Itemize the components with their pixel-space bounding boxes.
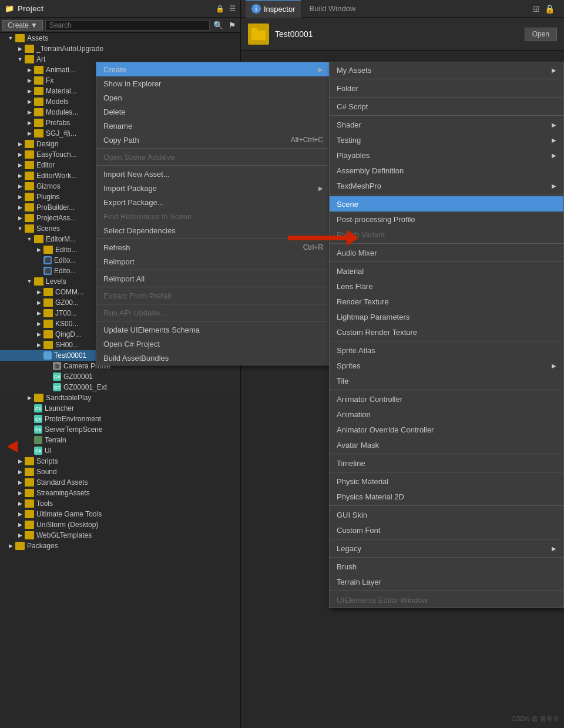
tree-item[interactable]: ▶ _TerrainAutoUpgrade (0, 43, 240, 54)
tree-item[interactable]: ▶ SandtablePlay (0, 392, 240, 403)
tree-item[interactable]: ▶ StreamingAssets (0, 488, 240, 498)
filter-icon[interactable]: ⚑ (226, 19, 238, 31)
layout-icon[interactable]: ⊞ (533, 4, 540, 14)
ctx-open-csharp[interactable]: Open C# Project (96, 337, 330, 351)
selected-scene-label: Test00001 (54, 351, 86, 360)
sub-sprite-atlas[interactable]: Sprite Atlas (330, 343, 563, 358)
sub-csharp-script[interactable]: C# Script (330, 99, 563, 114)
tree-item-terrain[interactable]: Terrain (0, 435, 240, 445)
sub-uielements-editor: UIElements Editor Window (330, 592, 563, 608)
ctx-build-assetbundles[interactable]: Build AssetBundles (96, 351, 330, 365)
sub-separator (330, 115, 563, 116)
ctx-import-package[interactable]: Import Package ▶ (96, 181, 330, 195)
tree-item[interactable]: C# Launcher (0, 403, 240, 414)
tab-inspector[interactable]: i Inspector (246, 0, 301, 18)
sub-tile[interactable]: Tile (330, 373, 563, 388)
tree-item[interactable]: ▶ Standard Assets (0, 477, 240, 488)
ctx-reimport[interactable]: Reimport (96, 254, 330, 269)
tree-item[interactable]: ▶ Scripts (0, 456, 240, 467)
assets-root[interactable]: ▼ Assets (0, 33, 240, 43)
tree-item[interactable]: C# GZ00001_Ext (0, 382, 240, 392)
sub-scene[interactable]: Scene (330, 196, 563, 212)
sub-physics-material-2d[interactable]: Physics Material 2D (330, 489, 563, 504)
sub-brush[interactable]: Brush (330, 559, 563, 574)
sub-post-processing[interactable]: Post-processing Profile (330, 212, 563, 227)
lock-icon2[interactable]: 🔒 (545, 4, 555, 14)
sub-separator (330, 557, 563, 558)
ctx-find-references: Find References In Scene (96, 209, 330, 223)
sub-playables[interactable]: Playables ▶ (330, 147, 563, 163)
top-bar-controls: ⊞ 🔒 (533, 4, 559, 14)
ctx-reimport-all[interactable]: Reimport All (96, 271, 330, 286)
ctx-copy-path[interactable]: Copy Path Alt+Ctrl+C (96, 133, 330, 147)
lock-icon: 🔒 (216, 5, 224, 13)
sub-textmeshpro[interactable]: TextMeshPro ▶ (330, 178, 563, 193)
tree-item[interactable]: C# ServerTempScene (0, 424, 240, 435)
tree-item-sound[interactable]: ▶ Sound (0, 467, 240, 477)
sub-animator-controller[interactable]: Animator Controller (330, 391, 563, 407)
sub-custom-render-texture[interactable]: Custom Render Texture (330, 324, 563, 340)
tree-item[interactable]: ▶ WebGLTemplates (0, 530, 240, 541)
ctx-delete[interactable]: Delete (96, 105, 330, 119)
sub-audio-mixer[interactable]: Audio Mixer (330, 245, 563, 260)
sub-lightmap-params[interactable]: Lightmap Parameters (330, 309, 563, 324)
svg-rect-1 (251, 28, 257, 32)
assets-label: Assets (27, 34, 48, 42)
sub-separator (330, 390, 563, 390)
ctx-export-package[interactable]: Export Package... (96, 195, 330, 209)
open-button[interactable]: Open (525, 28, 557, 41)
tree-item[interactable]: C# GZ00001 (0, 371, 240, 382)
sub-separator (330, 243, 563, 244)
ctx-separator (96, 148, 330, 149)
inspector-folder-icon (248, 24, 269, 45)
ctx-open[interactable]: Open (96, 90, 330, 105)
create-submenu: My Assets ▶ Folder C# Script Shader ▶ Te… (329, 62, 564, 608)
sub-assembly-definition[interactable]: Assembly Definition (330, 163, 563, 178)
packages-root[interactable]: ▶ Packages (0, 541, 240, 551)
sub-lens-flare[interactable]: Lens Flare (330, 279, 563, 294)
search-input[interactable] (45, 20, 210, 31)
menu-icon[interactable]: ☰ (229, 5, 236, 13)
sub-shader[interactable]: Shader ▶ (330, 117, 563, 132)
sub-separator (330, 505, 563, 506)
tree-item[interactable]: ▶ Ultimate Game Tools (0, 509, 240, 519)
sub-legacy[interactable]: Legacy ▶ (330, 541, 563, 556)
sub-physic-material[interactable]: Physic Material (330, 474, 563, 489)
sub-material[interactable]: Material (330, 263, 563, 279)
tree-item[interactable]: C# ProtoEnvironment (0, 414, 240, 424)
ctx-extract-prefab: Extract From Prefab (96, 288, 330, 303)
sub-animation[interactable]: Animation (330, 407, 563, 422)
ctx-import-asset[interactable]: Import New Asset... (96, 167, 330, 181)
project-toolbar: Create ▼ 🔍 ⚑ (0, 18, 240, 33)
sub-gui-skin[interactable]: GUI Skin (330, 507, 563, 522)
sub-separator (330, 472, 563, 472)
ctx-rename[interactable]: Rename (96, 119, 330, 133)
tree-item[interactable]: ▶ Tools (0, 498, 240, 509)
tree-item[interactable]: ▶ UniStorm (Desktop) (0, 519, 240, 530)
sub-custom-font[interactable]: Custom Font (330, 522, 563, 538)
ctx-open-scene-additive: Open Scene Additive (96, 150, 330, 164)
sub-folder[interactable]: Folder (330, 80, 563, 96)
svg-rect-0 (251, 31, 266, 40)
sub-sprites[interactable]: Sprites ▶ (330, 358, 563, 373)
sub-avatar-mask[interactable]: Avatar Mask (330, 437, 563, 452)
sub-separator (330, 97, 563, 98)
tab-build-window[interactable]: Build Window (303, 0, 361, 18)
sub-testing[interactable]: Testing ▶ (330, 132, 563, 147)
tree-item[interactable]: C# UI (0, 445, 240, 456)
sub-animator-override[interactable]: Animator Override Controller (330, 422, 563, 437)
sub-render-texture[interactable]: Render Texture (330, 294, 563, 309)
ctx-create[interactable]: Create ▶ (96, 62, 330, 76)
create-button[interactable]: Create ▼ (2, 20, 43, 31)
sub-my-assets[interactable]: My Assets ▶ (330, 62, 563, 78)
inspector-header: Test00001 Open (241, 18, 564, 51)
sub-timeline[interactable]: Timeline (330, 455, 563, 471)
sub-separator (330, 341, 563, 341)
ctx-show-explorer[interactable]: Show in Explorer (96, 76, 330, 90)
ctx-separator (96, 270, 330, 270)
sub-separator (330, 79, 563, 79)
ctx-update-uielements[interactable]: Update UIElements Schema (96, 323, 330, 337)
sub-terrain-layer[interactable]: Terrain Layer (330, 574, 563, 589)
sub-separator (330, 539, 563, 539)
search-icon[interactable]: 🔍 (212, 19, 224, 31)
